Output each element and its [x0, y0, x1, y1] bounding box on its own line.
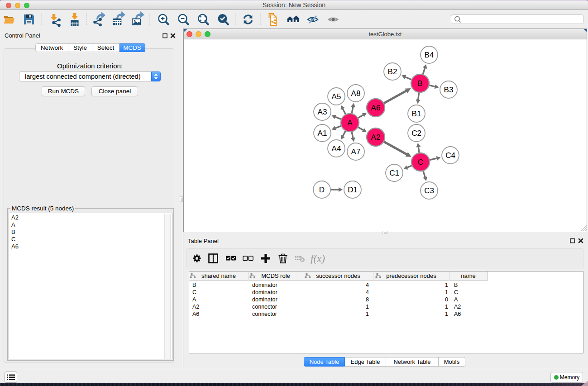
- svg-text:A7: A7: [351, 148, 361, 156]
- svg-text:C2: C2: [411, 129, 421, 138]
- svg-text:C1: C1: [389, 169, 399, 177]
- svg-text:D1: D1: [348, 186, 358, 194]
- svg-text:A2: A2: [371, 133, 381, 142]
- svg-text:A8: A8: [351, 89, 361, 98]
- svg-text:B1: B1: [412, 110, 421, 118]
- svg-text:B3: B3: [444, 86, 454, 94]
- svg-text:B: B: [417, 79, 422, 88]
- svg-text:A5: A5: [332, 92, 341, 101]
- svg-text:D: D: [319, 186, 325, 194]
- svg-text:A4: A4: [332, 144, 341, 153]
- svg-text:A: A: [347, 119, 353, 127]
- svg-text:A1: A1: [318, 129, 327, 138]
- svg-text:A3: A3: [318, 108, 327, 116]
- svg-text:f(x): f(x): [311, 253, 325, 264]
- svg-text:C: C: [418, 158, 423, 167]
- svg-text:B2: B2: [388, 67, 397, 76]
- svg-text:A6: A6: [371, 104, 381, 112]
- svg-text:B4: B4: [425, 51, 434, 59]
- svg-text:C4: C4: [445, 151, 455, 160]
- svg-text:C3: C3: [424, 186, 434, 195]
